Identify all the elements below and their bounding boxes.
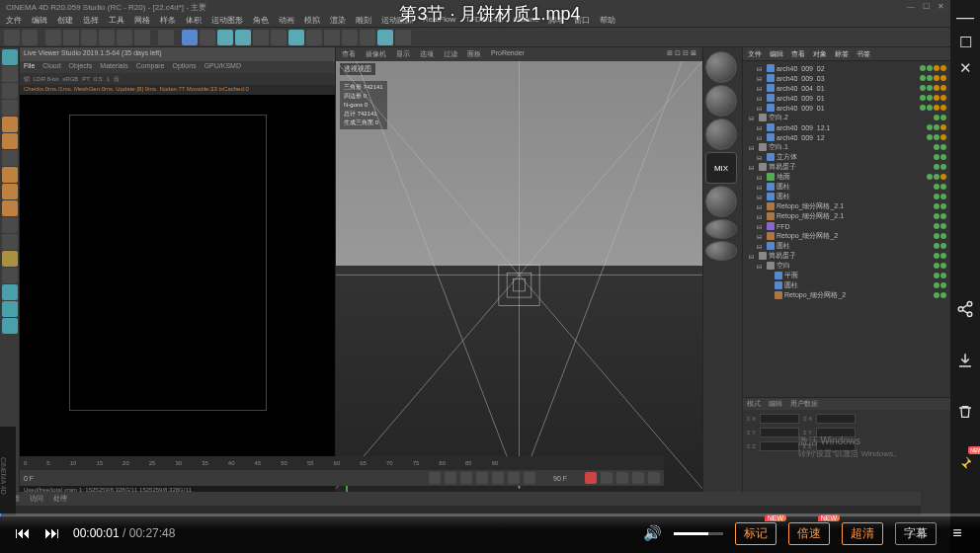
attr-tab-用户数据[interactable]: 用户数据 bbox=[790, 399, 818, 409]
tool-move-icon[interactable] bbox=[2, 66, 18, 82]
tree-row[interactable]: ⊟arch40_009_03 bbox=[745, 73, 948, 83]
tree-row[interactable]: ⊟arch40_009_02 bbox=[745, 63, 948, 73]
toolbar-def-icon[interactable] bbox=[271, 30, 286, 45]
visibility-dot[interactable] bbox=[940, 194, 946, 199]
visibility-dot[interactable] bbox=[940, 65, 946, 71]
toolbar-cyan-icon[interactable] bbox=[235, 30, 251, 45]
visibility-dot[interactable] bbox=[940, 95, 946, 101]
objmgr-menu-标签[interactable]: 标签 bbox=[832, 49, 852, 58]
material-ball-2[interactable] bbox=[705, 85, 737, 117]
tree-row[interactable]: ⊟空白.2 bbox=[745, 113, 948, 122]
tree-row[interactable]: ⊟空白.1 bbox=[745, 142, 948, 152]
menu-运动图形[interactable]: 运动图形 bbox=[211, 15, 243, 26]
timeline-play-icon[interactable] bbox=[476, 472, 488, 484]
toolbar-cyan-icon[interactable] bbox=[217, 30, 233, 45]
objmgr-menu-文件[interactable]: 文件 bbox=[745, 49, 765, 58]
tool-texture-icon[interactable] bbox=[2, 133, 18, 149]
coord-z-input[interactable] bbox=[760, 441, 799, 451]
tool-render-settings-icon[interactable] bbox=[2, 301, 18, 317]
toolbar-cyan-icon[interactable] bbox=[377, 30, 393, 45]
visibility-dot[interactable] bbox=[920, 75, 926, 81]
tree-row[interactable]: ⊟立方体 bbox=[745, 152, 948, 162]
visibility-dot[interactable] bbox=[934, 263, 939, 269]
tool-picture-viewer-icon[interactable] bbox=[2, 318, 18, 334]
timeline-goto-end-icon[interactable] bbox=[524, 472, 535, 484]
visibility-dot[interactable] bbox=[927, 134, 933, 140]
tool-rotate-icon[interactable] bbox=[2, 83, 18, 99]
lv-setting[interactable]: PT bbox=[82, 76, 90, 82]
volume-icon[interactable]: 🔊 bbox=[643, 524, 662, 542]
lv-tab-gpu/ksmd[interactable]: GPU/KSMD bbox=[204, 62, 241, 72]
tree-row[interactable]: 圆柱 bbox=[745, 280, 948, 290]
visibility-dot[interactable] bbox=[934, 184, 939, 190]
timeline[interactable]: 051015202530354045505560657075808590 0 F… bbox=[20, 456, 664, 486]
lv-tab-options[interactable]: Options bbox=[173, 62, 197, 72]
visibility-dot[interactable] bbox=[940, 203, 946, 209]
toolbar-gen-icon[interactable] bbox=[306, 30, 322, 45]
tree-row[interactable]: ⊟地面 bbox=[745, 172, 948, 182]
visibility-dot[interactable] bbox=[940, 154, 946, 160]
visibility-dot[interactable] bbox=[934, 223, 939, 229]
tree-row[interactable]: ⊟空白 bbox=[745, 261, 948, 271]
visibility-dot[interactable] bbox=[940, 282, 946, 288]
timeline-next-key-icon[interactable] bbox=[508, 472, 520, 484]
toolbar-spline-icon[interactable] bbox=[253, 30, 269, 45]
visibility-dot[interactable] bbox=[927, 85, 933, 91]
tool-workplane-icon[interactable] bbox=[2, 150, 18, 166]
menu-动画[interactable]: 动画 bbox=[279, 15, 294, 26]
toolbar-cyan-icon[interactable] bbox=[288, 30, 304, 45]
tree-row[interactable]: ⊟Retopo_细分网格_2.1 bbox=[745, 211, 948, 221]
visibility-dot[interactable] bbox=[920, 85, 926, 91]
visibility-dot[interactable] bbox=[940, 144, 946, 150]
playlist-icon[interactable]: ≡ bbox=[948, 524, 966, 542]
visibility-dot[interactable] bbox=[940, 213, 946, 219]
tree-row[interactable]: ⊟arch40_009_12.1 bbox=[745, 122, 948, 132]
timeline-ruler[interactable]: 051015202530354045505560657075808590 bbox=[20, 456, 664, 470]
visibility-dot[interactable] bbox=[934, 203, 939, 209]
lv-tab-cloud[interactable]: Cloud bbox=[42, 62, 60, 72]
visibility-dot[interactable] bbox=[934, 105, 939, 111]
toolbar-light-icon[interactable] bbox=[360, 30, 375, 45]
tree-row[interactable]: ⊟FFD bbox=[745, 221, 948, 231]
tree-row[interactable]: ⊟圆柱 bbox=[745, 241, 948, 251]
vp-menu-选项[interactable]: 选项 bbox=[420, 49, 434, 59]
next-button[interactable]: ⏭ bbox=[43, 524, 61, 542]
toolbar-live-icon[interactable] bbox=[45, 30, 61, 45]
visibility-dot[interactable] bbox=[920, 95, 926, 101]
timeline-key-scale-icon[interactable] bbox=[648, 472, 660, 484]
lv-tab-materials[interactable]: Materials bbox=[100, 62, 127, 72]
live-viewer-viewport[interactable] bbox=[20, 95, 335, 466]
menu-选择[interactable]: 选择 bbox=[83, 15, 99, 26]
lv-tab-file[interactable]: File bbox=[24, 62, 35, 72]
tool-polys-icon[interactable] bbox=[2, 200, 18, 216]
download-icon[interactable] bbox=[954, 350, 976, 371]
tool-edges-icon[interactable] bbox=[2, 184, 18, 199]
visibility-dot[interactable] bbox=[940, 223, 946, 229]
visibility-dot[interactable] bbox=[934, 282, 939, 288]
visibility-dot[interactable] bbox=[934, 273, 939, 278]
vp-menu-ProRender[interactable]: ProRender bbox=[491, 49, 525, 59]
tool-axis-icon[interactable] bbox=[2, 217, 18, 233]
timeline-key-pos-icon[interactable] bbox=[616, 472, 628, 484]
timeline-goto-start-icon[interactable] bbox=[429, 472, 441, 484]
vp-menu-面板[interactable]: 面板 bbox=[467, 49, 481, 59]
timeline-autokey-icon[interactable] bbox=[601, 472, 612, 484]
material-ball-5[interactable] bbox=[705, 219, 737, 239]
visibility-dot[interactable] bbox=[934, 134, 939, 140]
menu-创建[interactable]: 创建 bbox=[57, 15, 73, 26]
visibility-dot[interactable] bbox=[934, 213, 939, 219]
visibility-dot[interactable] bbox=[934, 194, 939, 199]
menu-文件[interactable]: 文件 bbox=[6, 15, 22, 26]
material-mix-node[interactable]: MIX bbox=[705, 152, 737, 184]
visibility-dot[interactable] bbox=[940, 184, 946, 190]
tree-row[interactable]: ⊟Retopo_细分网格_2 bbox=[745, 231, 948, 241]
player-maximize-icon[interactable]: ☐ bbox=[954, 32, 976, 53]
visibility-dot[interactable] bbox=[934, 154, 939, 160]
toolbar-blue-icon[interactable] bbox=[182, 30, 198, 45]
lv-setting[interactable]: 0.5 bbox=[94, 76, 102, 82]
coord-y-input[interactable] bbox=[760, 428, 799, 437]
visibility-dot[interactable] bbox=[934, 85, 939, 91]
lv-setting[interactable]: sRGB bbox=[62, 76, 78, 82]
tree-row[interactable]: ⊟Retopo_细分网格_2.1 bbox=[745, 201, 948, 211]
visibility-dot[interactable] bbox=[934, 144, 939, 150]
